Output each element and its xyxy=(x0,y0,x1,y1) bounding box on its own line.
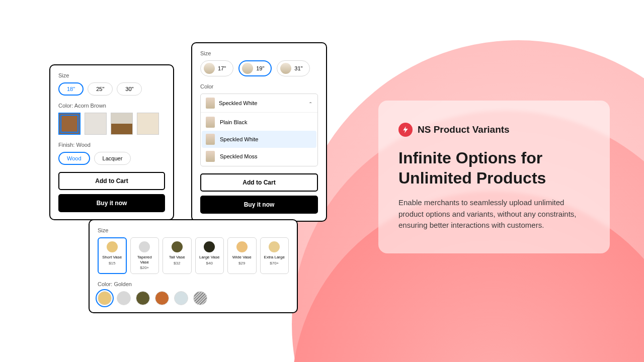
brand-bolt-icon xyxy=(398,123,413,137)
tile-name: Wide Vase xyxy=(230,255,254,260)
size-option[interactable]: 17" xyxy=(200,60,233,76)
swatch-thumb-icon xyxy=(206,117,215,128)
size-pill[interactable]: 18" xyxy=(58,82,84,96)
variant-card-tiles: Size Short Vase$15Tapered Vase$20+Tall V… xyxy=(89,219,298,313)
tile-price: $29 xyxy=(230,261,254,265)
chevron-up-icon: ⌃ xyxy=(308,102,312,105)
dropdown-option[interactable]: Speckled Moss xyxy=(202,148,316,165)
color-dot[interactable] xyxy=(193,291,207,305)
tile-name: Extra Large xyxy=(263,255,286,260)
dropdown-trigger[interactable]: Speckled White ⌃ xyxy=(201,94,317,112)
size-pill[interactable]: 25" xyxy=(88,82,113,96)
color-dot[interactable] xyxy=(98,291,112,305)
color-swatch[interactable] xyxy=(58,113,80,135)
color-dot[interactable] xyxy=(136,291,150,305)
tile-thumb-icon xyxy=(107,241,118,252)
size-label: Size xyxy=(98,227,289,233)
option-label: Speckled Moss xyxy=(220,153,258,159)
size-tile[interactable]: Tall Vase$32 xyxy=(163,237,192,274)
size-tile[interactable]: Extra Large$70+ xyxy=(260,237,289,274)
color-dot[interactable] xyxy=(174,291,188,305)
size-label: Size xyxy=(200,50,318,56)
color-swatch[interactable] xyxy=(111,113,133,135)
thumb-icon xyxy=(280,63,291,74)
thumb-icon xyxy=(242,63,253,74)
brand-name: NS Product Variants xyxy=(418,124,510,135)
swatch-thumb-icon xyxy=(206,134,215,145)
size-tile[interactable]: Short Vase$15 xyxy=(98,237,127,274)
finish-pill[interactable]: Wood xyxy=(58,152,90,165)
feature-panel: NS Product Variants Infinite Options for… xyxy=(378,101,610,253)
tile-price: $32 xyxy=(166,261,189,265)
tile-name: Tapered Vase xyxy=(133,255,156,264)
size-value: 31" xyxy=(294,65,302,71)
size-tile[interactable]: Large Vase$40 xyxy=(195,237,224,274)
dropdown-option[interactable]: Speckled White xyxy=(202,131,316,148)
option-label: Plain Black xyxy=(220,119,247,125)
add-to-cart-button[interactable]: Add to Cart xyxy=(58,172,165,190)
dropdown-selected-value: Speckled White xyxy=(219,100,257,106)
option-label: Speckled White xyxy=(220,136,258,142)
color-dot[interactable] xyxy=(117,291,131,305)
color-swatch[interactable] xyxy=(85,113,107,135)
buy-now-button[interactable]: Buy it now xyxy=(200,196,318,214)
tile-price: $15 xyxy=(101,261,124,265)
tile-price: $20+ xyxy=(133,265,156,270)
tile-price: $70+ xyxy=(263,261,286,265)
color-dropdown: Speckled White ⌃ Plain BlackSpeckled Whi… xyxy=(200,94,318,166)
variant-card-dropdown: Size 17"19"31" Color Speckled White ⌃ Pl… xyxy=(191,42,327,222)
swatch-thumb-icon xyxy=(206,151,215,162)
thumb-icon xyxy=(204,63,215,74)
tile-name: Large Vase xyxy=(198,255,221,260)
size-label: Size xyxy=(58,72,165,78)
color-label: Color xyxy=(200,83,318,89)
brand-row: NS Product Variants xyxy=(398,123,590,137)
size-option[interactable]: 19" xyxy=(238,60,272,76)
size-value: 19" xyxy=(256,65,264,71)
tile-thumb-icon xyxy=(172,241,183,252)
feature-headline: Infinite Options for Unlimited Products xyxy=(398,148,590,188)
tile-price: $40 xyxy=(198,261,221,265)
tile-thumb-icon xyxy=(236,241,248,252)
color-dot[interactable] xyxy=(155,291,169,305)
dropdown-option[interactable]: Plain Black xyxy=(202,114,316,131)
tile-thumb-icon xyxy=(139,241,150,252)
tile-thumb-icon xyxy=(204,241,215,252)
color-label: Color: Acorn Brown xyxy=(58,103,165,109)
tile-name: Short Vase xyxy=(101,255,124,260)
add-to-cart-button[interactable]: Add to Cart xyxy=(200,173,318,192)
color-label: Color: Golden xyxy=(98,281,289,287)
size-option[interactable]: 31" xyxy=(277,60,310,76)
tile-thumb-icon xyxy=(269,241,280,252)
buy-now-button[interactable]: Buy it now xyxy=(58,194,165,212)
variant-card-pills: Size 18"25"30" Color: Acorn Brown Finish… xyxy=(49,64,174,220)
swatch-thumb-icon xyxy=(206,98,215,109)
feature-description: Enable merchants to seamlessly upload un… xyxy=(398,197,590,231)
size-tile[interactable]: Wide Vase$29 xyxy=(227,237,257,274)
finish-label: Finish: Wood xyxy=(58,142,165,148)
color-swatch[interactable] xyxy=(137,113,159,135)
size-tile[interactable]: Tapered Vase$20+ xyxy=(130,237,159,274)
tile-name: Tall Vase xyxy=(166,255,189,260)
size-value: 17" xyxy=(218,65,226,71)
size-pill[interactable]: 30" xyxy=(117,82,142,96)
finish-pill[interactable]: Lacquer xyxy=(94,152,131,165)
